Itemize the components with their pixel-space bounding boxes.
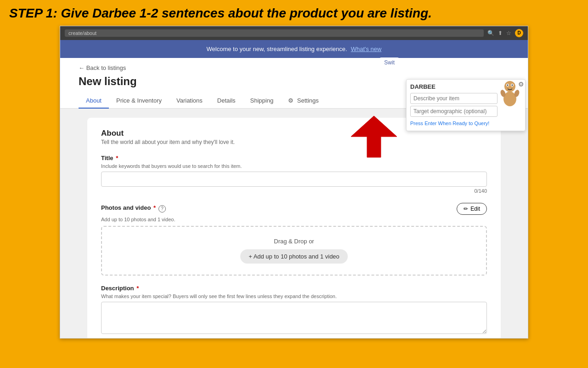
description-label: Description * <box>101 285 487 292</box>
drop-text: Drag & Drop or <box>113 238 475 245</box>
tab-settings-label: Settings <box>297 97 319 104</box>
svg-point-5 <box>507 84 509 86</box>
help-icon[interactable]: ? <box>158 205 166 213</box>
tab-shipping-label: Shipping <box>250 97 274 104</box>
photos-required: * <box>153 204 156 211</box>
description-required: * <box>136 285 139 292</box>
add-photos-button[interactable]: + Add up to 10 photos and 1 video <box>240 249 348 264</box>
form-area: About Tell the world all about your item… <box>60 109 528 339</box>
zoom-icon[interactable]: 🔍 <box>487 30 494 36</box>
share-icon[interactable]: ⬆ <box>498 30 503 36</box>
photos-header: Photos and video * ? ✏ Edit <box>101 203 487 215</box>
browser-window: create/about 🔍 ⬆ ☆ D Welcome to your new… <box>60 26 528 339</box>
whats-new-link[interactable]: What's new <box>351 46 382 52</box>
star-icon[interactable]: ☆ <box>506 30 511 36</box>
tab-about-label: About <box>86 97 102 104</box>
description-input[interactable] <box>101 302 487 334</box>
form-card: About Tell the world all about your item… <box>87 118 501 339</box>
tab-price-inventory[interactable]: Price & Inventory <box>109 93 169 109</box>
title-input[interactable] <box>101 172 487 187</box>
photos-label: Photos and video * <box>101 204 156 211</box>
svg-point-6 <box>512 84 513 86</box>
title-hint: Include keywords that buyers would use t… <box>101 163 487 169</box>
switch-button[interactable]: Swit <box>379 58 399 68</box>
tab-settings[interactable]: ⚙ Settings <box>281 93 326 109</box>
tab-variations-label: Variations <box>176 97 203 104</box>
darbee-icon[interactable]: D <box>515 29 523 37</box>
title-field-group: Title * Include keywords that buyers wou… <box>101 155 487 194</box>
darbee-hint: Press Enter When Ready to Query! <box>410 121 489 126</box>
tab-variations[interactable]: Variations <box>169 93 210 109</box>
section-subtitle: Tell the world all about your item and w… <box>101 139 487 145</box>
darbee-popup: DARBEE Press Enter When Ready to Query! <box>406 79 526 131</box>
tab-shipping[interactable]: Shipping <box>243 93 281 109</box>
browser-url: create/about <box>65 29 484 37</box>
welcome-banner: Welcome to your new, streamlined listing… <box>60 40 528 58</box>
darbee-describe-input[interactable] <box>410 93 498 104</box>
tab-about[interactable]: About <box>79 93 109 109</box>
title-required: * <box>116 155 118 161</box>
browser-icons: 🔍 ⬆ ☆ D <box>487 29 523 37</box>
gear-icon[interactable]: ⚙ <box>518 80 524 88</box>
svg-point-1 <box>504 81 515 92</box>
browser-chrome: create/about 🔍 ⬆ ☆ D <box>60 26 528 40</box>
welcome-text: Welcome to your new, streamlined listing… <box>207 46 347 52</box>
drop-zone[interactable]: Drag & Drop or + Add up to 10 photos and… <box>101 226 487 276</box>
description-hint: What makes your item special? Buyers wil… <box>101 293 487 299</box>
tab-details-label: Details <box>217 97 236 104</box>
back-arrow: ← <box>79 64 85 71</box>
darbee-demographic-input[interactable] <box>410 106 498 117</box>
tab-details[interactable]: Details <box>210 93 243 109</box>
darbee-brand: DARBEE <box>410 83 435 90</box>
title-char-count: 0/140 <box>101 188 487 194</box>
photos-field-group: Photos and video * ? ✏ Edit Add up to 10… <box>101 203 487 276</box>
photos-hint: Add up to 10 photos and 1 video. <box>101 217 487 222</box>
settings-icon: ⚙ <box>288 97 294 104</box>
edit-pencil-icon: ✏ <box>464 206 468 212</box>
instruction-banner: STEP 1: Give Darbee 1-2 sentences about … <box>0 0 588 26</box>
photos-label-area: Photos and video * ? <box>101 204 166 213</box>
description-field-group: Description * What makes your item speci… <box>101 285 487 336</box>
back-link[interactable]: ← Back to listings <box>60 58 528 73</box>
back-text[interactable]: Back to listings <box>86 64 126 71</box>
tab-price-label: Price & Inventory <box>116 97 162 104</box>
title-label: Title * <box>101 155 487 161</box>
edit-button[interactable]: ✏ Edit <box>457 203 487 215</box>
instruction-text: STEP 1: Give Darbee 1-2 sentences about … <box>9 6 432 20</box>
